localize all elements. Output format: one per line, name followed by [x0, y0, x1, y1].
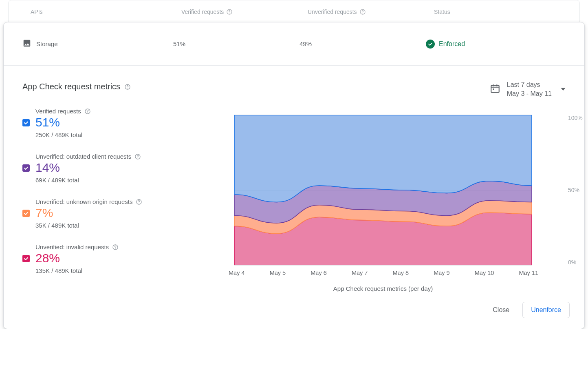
date-range-label: Last 7 days — [507, 80, 552, 89]
svg-point-13 — [115, 248, 115, 248]
legend-item: Unverified: invalid requests 28% 135K / … — [22, 244, 234, 274]
card-footer: Close Unenforce — [4, 292, 584, 322]
close-button[interactable]: Close — [490, 303, 512, 317]
x-axis: May 4May 5May 6May 7May 8May 9May 10May … — [229, 270, 538, 276]
help-icon[interactable] — [124, 84, 131, 90]
legend-label: Verified requests — [35, 108, 234, 115]
legend-checkbox[interactable] — [22, 210, 30, 217]
chart-title: App Check request metrics (per day) — [234, 285, 532, 292]
legend-percent: 51% — [35, 115, 234, 129]
date-range-picker[interactable]: Last 7 days May 3 - May 11 — [490, 80, 566, 98]
y-tick: 0% — [568, 259, 586, 266]
legend-subtext: 250K / 489K total — [35, 131, 234, 138]
x-tick: May 7 — [352, 270, 368, 276]
help-icon[interactable] — [134, 153, 141, 160]
col-verified-label: Verified requests — [181, 9, 224, 15]
unverified-pct: 49% — [300, 40, 426, 47]
x-tick: May 5 — [270, 270, 286, 276]
svg-rect-14 — [491, 86, 499, 93]
col-status: Status — [434, 9, 557, 15]
col-apis: APIs — [31, 9, 181, 15]
y-axis: 100% 50% 0% — [568, 115, 586, 266]
legend-item: Verified requests 51% 250K / 489K total — [22, 108, 234, 138]
x-tick: May 6 — [311, 270, 327, 276]
chevron-down-icon — [561, 88, 566, 91]
legend-label-text: Unverified: outdated client requests — [35, 153, 131, 160]
api-cell: Storage — [22, 39, 173, 49]
legend-item: Unverified: outdated client requests 14%… — [22, 153, 234, 184]
help-icon[interactable] — [84, 108, 91, 115]
api-name: Storage — [36, 40, 58, 47]
legend-percent: 7% — [35, 206, 234, 219]
legend-checkbox[interactable] — [22, 164, 30, 172]
legend-percent: 14% — [35, 161, 234, 174]
col-unverified-label: Unverified requests — [308, 9, 357, 15]
y-tick: 100% — [568, 115, 586, 121]
svg-point-3 — [362, 13, 363, 13]
table-row[interactable]: Storage 51% 49% Enforced — [4, 22, 584, 66]
x-tick: May 4 — [229, 270, 245, 276]
legend-label: Unverified: outdated client requests — [35, 153, 234, 160]
x-tick: May 9 — [434, 270, 450, 276]
status-cell: Enforced — [426, 40, 566, 49]
legend-label: Unverified: invalid requests — [35, 244, 234, 250]
status-label: Enforced — [439, 40, 465, 48]
legend-checkbox[interactable] — [22, 255, 30, 262]
svg-point-9 — [137, 157, 138, 158]
legend-label-text: Unverified: invalid requests — [35, 244, 109, 250]
metrics-card: Storage 51% 49% Enforced App Check reque… — [3, 22, 585, 329]
col-apis-label: APIs — [31, 9, 43, 15]
svg-point-5 — [127, 88, 128, 88]
unenforce-button[interactable]: Unenforce — [522, 302, 570, 318]
storage-icon — [22, 39, 31, 49]
col-unverified: Unverified requests — [308, 9, 434, 15]
col-verified: Verified requests — [181, 9, 308, 15]
col-status-label: Status — [434, 9, 450, 15]
legend-subtext: 35K / 489K total — [35, 222, 234, 229]
area-chart: 100% 50% 0% May 4May 5May 6May 7May 8May… — [234, 115, 566, 292]
date-range-dates: May 3 - May 11 — [507, 89, 552, 98]
legend-subtext: 69K / 489K total — [35, 177, 234, 184]
svg-point-11 — [139, 203, 139, 203]
help-icon[interactable] — [226, 9, 233, 15]
help-icon[interactable] — [112, 244, 119, 250]
svg-rect-15 — [493, 89, 494, 90]
x-tick: May 8 — [393, 270, 409, 276]
section-title: App Check request metrics — [22, 82, 234, 91]
legend-subtext: 135K / 489K total — [35, 267, 234, 274]
legend-checkbox[interactable] — [22, 119, 30, 126]
legend-label-text: Verified requests — [35, 108, 81, 115]
calendar-icon — [490, 83, 500, 95]
section-title-text: App Check request metrics — [22, 82, 120, 91]
x-tick: May 11 — [519, 270, 538, 276]
legend-label-text: Unverified: unknown origin requests — [35, 198, 132, 205]
x-tick: May 10 — [475, 270, 494, 276]
legend-percent: 28% — [35, 251, 234, 265]
help-icon[interactable] — [136, 199, 142, 205]
help-icon[interactable] — [359, 9, 366, 15]
check-circle-icon — [426, 40, 435, 49]
legend-item: Unverified: unknown origin requests 7% 3… — [22, 198, 234, 229]
y-tick: 50% — [568, 187, 586, 193]
verified-pct: 51% — [173, 40, 300, 47]
table-header: APIs Verified requests Unverified reques… — [8, 0, 580, 24]
legend-label: Unverified: unknown origin requests — [35, 198, 234, 205]
svg-point-1 — [229, 13, 230, 13]
svg-point-7 — [87, 112, 88, 113]
